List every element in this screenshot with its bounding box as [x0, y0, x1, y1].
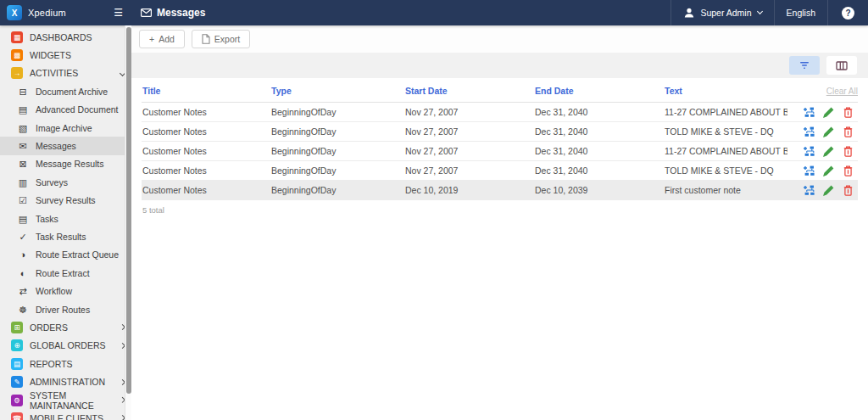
- sidebar-item[interactable]: ▤ REPORTS: [0, 355, 131, 372]
- row-delete-button[interactable]: [839, 125, 856, 138]
- table-header-row: Title Type Start Date End Date Text Clea…: [142, 78, 858, 103]
- messages-table: Title Type Start Date End Date Text Clea…: [142, 78, 858, 200]
- sidebar-item[interactable]: ▤ Advanced Document: [0, 101, 131, 119]
- sidebar-item[interactable]: ✎ ADMINISTRATION: [0, 372, 131, 390]
- help-icon: ?: [842, 7, 854, 20]
- chevron-down-icon: [757, 8, 763, 14]
- table-row[interactable]: Customer Notes BeginningOfDay Nov 27, 20…: [142, 142, 858, 161]
- sidebar-item[interactable]: ◑ Route Extract Queue: [0, 246, 131, 264]
- row-delete-button[interactable]: [839, 105, 856, 119]
- cell-actions: [787, 161, 858, 181]
- table-row[interactable]: Customer Notes BeginningOfDay Dec 10, 20…: [142, 181, 858, 200]
- sidebar-item-label: Tasks: [36, 214, 58, 224]
- menu-toggle-icon[interactable]: ☰: [114, 7, 123, 19]
- filter-button[interactable]: [789, 56, 820, 75]
- sidebar-item-icon: ☸: [17, 304, 29, 316]
- file-icon: [202, 34, 210, 44]
- sidebar-item-label: Workflow: [36, 286, 72, 296]
- sidebar-item[interactable]: ◐ Route Extract: [0, 264, 131, 282]
- sidebar-item[interactable]: ⊟ Document Archive: [0, 82, 131, 100]
- columns-icon: [836, 61, 848, 70]
- row-edit-button[interactable]: [820, 164, 837, 177]
- column-header[interactable]: Start Date: [404, 78, 534, 103]
- table-row[interactable]: Customer Notes BeginningOfDay Nov 27, 20…: [142, 161, 858, 181]
- sidebar-item[interactable]: ☑ Survey Results: [0, 192, 131, 210]
- cell-text: 11-27 COMPLAINED ABOUT BUTTER...: [664, 142, 787, 161]
- sidebar-item-icon: ⊕: [11, 339, 23, 351]
- add-button[interactable]: + Add: [139, 30, 185, 48]
- edit-pencil-icon: [823, 185, 834, 196]
- sidebar-item-label: Survey Results: [36, 195, 96, 205]
- cell-title: Customer Notes: [142, 161, 270, 181]
- edit-pencil-icon: [823, 126, 834, 137]
- sidebar-item[interactable]: ⊠ Message Results: [0, 155, 131, 173]
- cell-start-date: Nov 27, 2007: [404, 122, 534, 142]
- column-header[interactable]: Type: [270, 78, 404, 103]
- sidebar-item[interactable]: ▧ Image Archive: [0, 119, 131, 137]
- column-header[interactable]: Title: [142, 78, 270, 103]
- trash-icon: [843, 126, 853, 137]
- user-menu[interactable]: Super Admin: [670, 0, 773, 25]
- sidebar-item[interactable]: ✓ Task Results: [0, 227, 131, 245]
- row-delete-button[interactable]: [839, 164, 856, 177]
- row-edit-button[interactable]: [820, 125, 837, 138]
- table-row[interactable]: Customer Notes BeginningOfDay Nov 27, 20…: [142, 103, 858, 122]
- row-assign-button[interactable]: [800, 183, 817, 197]
- sidebar-item[interactable]: ⚙ SYSTEM MAINTANANCE: [0, 391, 131, 409]
- sidebar-item-label: Task Results: [36, 232, 86, 242]
- filter-icon: [799, 61, 810, 70]
- column-header[interactable]: End Date: [534, 78, 664, 103]
- sidebar-item[interactable]: ⇄ Workflow: [0, 282, 131, 300]
- sidebar-item-label: SYSTEM MAINTANANCE: [30, 390, 120, 411]
- row-assign-button[interactable]: [800, 125, 817, 138]
- total-count: 5 total: [142, 200, 858, 215]
- language-selector[interactable]: English: [774, 0, 827, 25]
- cell-end-date: Dec 31, 2040: [534, 103, 664, 122]
- row-delete-button[interactable]: [839, 144, 856, 158]
- sidebar-item[interactable]: ☸ Driver Routes: [0, 300, 131, 318]
- sidebar-item-label: WIDGETS: [30, 50, 71, 60]
- edit-pencil-icon: [823, 107, 834, 118]
- export-button[interactable]: Export: [192, 30, 250, 48]
- columns-button[interactable]: [826, 56, 857, 75]
- sidebar-item[interactable]: → ACTIVITIES: [0, 64, 131, 82]
- sidebar-item-icon: ▦: [11, 31, 23, 43]
- sidebar-item[interactable]: ▩ WIDGETS: [0, 46, 131, 64]
- sidebar-item[interactable]: ▥ Surveys: [0, 173, 131, 191]
- sidebar-item-icon: ⇄: [17, 285, 29, 297]
- clear-all-link[interactable]: Clear All: [826, 87, 858, 96]
- app-logo[interactable]: X: [7, 5, 22, 20]
- cell-actions: [787, 103, 858, 122]
- row-assign-button[interactable]: [800, 144, 817, 158]
- row-assign-button[interactable]: [800, 105, 817, 119]
- column-header[interactable]: Text: [664, 78, 787, 103]
- row-delete-button[interactable]: [839, 183, 856, 197]
- cell-actions: [787, 122, 858, 142]
- row-edit-button[interactable]: [820, 183, 837, 197]
- sidebar-item-label: REPORTS: [30, 359, 73, 369]
- main-content: + Add Export Title: [131, 25, 868, 420]
- cell-type: BeginningOfDay: [270, 122, 404, 142]
- sidebar-item[interactable]: ⊕ GLOBAL ORDERS: [0, 337, 131, 355]
- sidebar-item-label: ADMINISTRATION: [30, 377, 105, 387]
- sidebar-item[interactable]: ▤ Tasks: [0, 210, 131, 227]
- sidebar-item[interactable]: ✉ Messages: [0, 137, 131, 154]
- filter-bar: [131, 53, 868, 78]
- sidebar-item-label: Route Extract: [36, 268, 90, 278]
- sidebar-item[interactable]: ☎ MOBILE CLIENTS: [0, 409, 131, 420]
- sidebar-item-label: Messages: [36, 141, 76, 151]
- cell-end-date: Dec 10, 2039: [534, 181, 664, 200]
- top-navbar: X Xpedium ☰ Messages Super Admin English…: [0, 0, 868, 25]
- row-edit-button[interactable]: [820, 144, 837, 158]
- sidebar-item-icon: ▤: [11, 358, 23, 370]
- sidebar-item-icon: ⊟: [17, 86, 29, 98]
- sidebar-item-icon: ⊠: [17, 158, 29, 170]
- add-button-label: Add: [159, 34, 175, 44]
- sidebar-scrollbar-thumb[interactable]: [126, 27, 131, 394]
- sidebar-item[interactable]: ⊞ ORDERS: [0, 318, 131, 336]
- row-edit-button[interactable]: [820, 105, 837, 119]
- help-button[interactable]: ?: [827, 0, 868, 25]
- row-assign-button[interactable]: [800, 164, 817, 177]
- table-row[interactable]: Customer Notes BeginningOfDay Nov 27, 20…: [142, 122, 858, 142]
- sidebar-item[interactable]: ▦ DASHBOARDS: [0, 28, 131, 46]
